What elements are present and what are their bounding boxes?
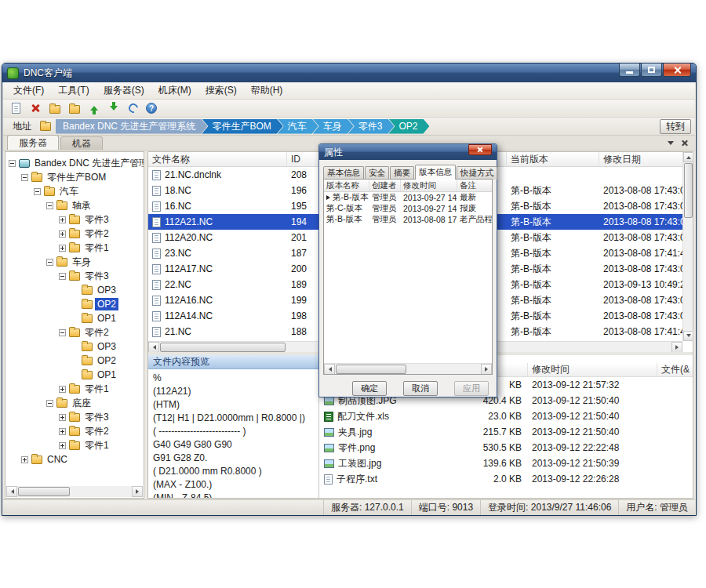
version-row[interactable]: 第-B-版本管理员2013-09-27 14:最新 xyxy=(324,192,492,203)
tree-item[interactable]: 汽车 xyxy=(5,184,144,198)
tree-item[interactable]: 零件3 xyxy=(5,410,144,424)
collapse-icon[interactable] xyxy=(9,160,16,167)
dialog-tab-basic-info[interactable]: 基本信息 xyxy=(323,166,364,180)
collapse-icon[interactable] xyxy=(21,174,28,181)
import-folder-icon[interactable] xyxy=(67,101,82,115)
scroll-up-icon[interactable] xyxy=(683,152,693,162)
tree-item[interactable]: CNC xyxy=(5,452,144,466)
breadcrumb-segment[interactable]: 零件3 xyxy=(348,119,395,134)
dialog-title-bar[interactable]: 属性 xyxy=(319,144,497,160)
tree-horizontal-scrollbar[interactable] xyxy=(6,486,143,497)
column-header-modified-time[interactable]: 修改时间 xyxy=(528,363,657,376)
menu-item-tools[interactable]: 工具(T) xyxy=(51,82,96,100)
menu-item-machine[interactable]: 机床(M) xyxy=(151,82,198,100)
download-icon[interactable] xyxy=(107,101,121,115)
expand-icon[interactable] xyxy=(59,414,66,421)
expand-icon[interactable] xyxy=(59,428,66,435)
scroll-right-icon[interactable] xyxy=(671,342,682,353)
column-header-note[interactable]: 备注 xyxy=(457,180,492,191)
scroll-left-icon[interactable] xyxy=(324,364,335,375)
expand-icon[interactable] xyxy=(59,230,66,238)
version-row[interactable]: 第-B-版本管理员2013-08-08 17:老产品程序 xyxy=(324,214,492,225)
tab-close-icon[interactable] xyxy=(681,140,688,147)
dialog-tab-summary[interactable]: 摘要 xyxy=(390,166,414,180)
new-file-icon[interactable] xyxy=(9,101,23,115)
tab-server[interactable]: 服务器 xyxy=(7,135,59,150)
breadcrumb-segment[interactable]: 零件生产BOM xyxy=(202,119,282,134)
column-header-date[interactable]: 修改日期 xyxy=(599,152,682,166)
cancel-button[interactable]: 取消 xyxy=(403,381,438,396)
collapse-icon[interactable] xyxy=(59,273,66,280)
scroll-down-icon[interactable] xyxy=(683,331,693,341)
tab-machine[interactable]: 机器 xyxy=(60,136,103,150)
tree-item[interactable]: 零件1 xyxy=(5,438,144,452)
tree-item[interactable]: 底座 xyxy=(5,396,144,410)
close-button[interactable] xyxy=(663,64,691,77)
collapse-icon[interactable] xyxy=(46,202,53,209)
file-list-vertical-scrollbar[interactable] xyxy=(682,152,693,341)
tree-item[interactable]: 轴承 xyxy=(5,198,144,212)
dialog-close-button[interactable] xyxy=(468,144,492,155)
breadcrumb-segment[interactable]: 车身 xyxy=(313,119,354,134)
column-header-version[interactable]: 当前版本 xyxy=(507,152,599,166)
breadcrumb-segment[interactable]: 汽车 xyxy=(278,119,318,134)
delete-icon[interactable] xyxy=(28,101,42,115)
column-header-file[interactable]: 文件(& xyxy=(657,363,693,376)
attachment-row[interactable]: 子程序.txt2.0 KB2013-09-12 22:26:28 xyxy=(320,471,693,487)
attachment-row[interactable]: 工装图.jpg139.6 KB2013-09-12 21:50:39 xyxy=(320,456,693,471)
tree-item[interactable]: OP1 xyxy=(5,368,144,382)
tree-item[interactable]: OP3 xyxy=(5,339,144,354)
expand-icon[interactable] xyxy=(59,216,66,223)
collapse-icon[interactable] xyxy=(46,400,53,407)
tree-item[interactable]: OP2 xyxy=(5,354,144,368)
tree-item[interactable]: 零件2 xyxy=(5,325,144,339)
scrollbar-thumb[interactable] xyxy=(18,487,70,496)
go-button[interactable]: 转到 xyxy=(660,119,691,134)
menu-item-help[interactable]: 帮助(H) xyxy=(244,82,290,100)
tree-item[interactable]: 零件2 xyxy=(5,227,144,241)
upload-icon[interactable] xyxy=(87,101,101,115)
tree-item[interactable]: 零件2 xyxy=(5,424,144,438)
menu-item-file[interactable]: 文件(F) xyxy=(6,82,51,100)
expand-icon[interactable] xyxy=(59,386,66,393)
tree-item[interactable]: 零件3 xyxy=(5,212,144,227)
column-header-version-name[interactable]: 版本名称 xyxy=(324,180,369,191)
attachment-row[interactable]: 夹具.jpg215.7 KB2013-09-12 21:50:40 xyxy=(320,424,693,440)
apply-button[interactable]: 应用 xyxy=(454,381,489,396)
collapse-icon[interactable] xyxy=(59,329,66,336)
expand-icon[interactable] xyxy=(59,442,66,449)
tree-item[interactable]: OP1 xyxy=(5,311,144,325)
menu-item-search[interactable]: 搜索(S) xyxy=(198,82,244,100)
scrollbar-thumb[interactable] xyxy=(160,343,286,352)
version-row[interactable]: 第-C-版本管理员2013-09-27 14:报废 xyxy=(324,203,492,214)
help-icon[interactable]: ? xyxy=(146,103,157,114)
collapse-icon[interactable] xyxy=(46,259,53,266)
tab-dropdown-icon[interactable] xyxy=(668,141,674,148)
tree-item[interactable]: 零件1 xyxy=(5,241,144,255)
expand-icon[interactable] xyxy=(21,456,28,463)
ok-button[interactable]: 确定 xyxy=(352,381,387,396)
column-header-creator[interactable]: 创建者 xyxy=(369,180,401,191)
tree-item[interactable]: Bandex DNC 先进生产管理系统 xyxy=(5,156,144,170)
minimize-button[interactable] xyxy=(619,64,640,77)
attachment-row[interactable]: 零件.png530.5 KB2013-09-12 22:22:48 xyxy=(320,440,693,456)
scroll-left-icon[interactable] xyxy=(6,486,17,497)
collapse-icon[interactable] xyxy=(34,188,41,195)
refresh-icon[interactable] xyxy=(126,101,140,115)
column-header-filename[interactable]: 文件名称 xyxy=(148,152,287,166)
title-bar[interactable]: DNC客户端 xyxy=(2,64,696,82)
open-folder-icon[interactable] xyxy=(48,101,62,115)
tree-item[interactable]: 车身 xyxy=(5,255,144,269)
tree-item[interactable]: OP3 xyxy=(5,283,144,297)
tree-item[interactable]: 零件1 xyxy=(5,382,144,396)
breadcrumb-segment[interactable]: OP2 xyxy=(388,119,429,134)
dialog-horizontal-scrollbar[interactable] xyxy=(324,363,492,374)
maximize-button[interactable] xyxy=(641,64,662,77)
scroll-left-icon[interactable] xyxy=(148,342,159,353)
attachment-row[interactable]: 配刀文件.xls23.0 KB2013-09-12 21:50:40 xyxy=(320,408,693,424)
breadcrumb-segment[interactable]: Bandex DNC 先进生产管理系统 xyxy=(56,119,207,134)
scrollbar-thumb[interactable] xyxy=(684,163,693,218)
scroll-right-icon[interactable] xyxy=(481,364,492,375)
expand-icon[interactable] xyxy=(59,245,66,252)
menu-item-server[interactable]: 服务器(S) xyxy=(96,82,151,100)
